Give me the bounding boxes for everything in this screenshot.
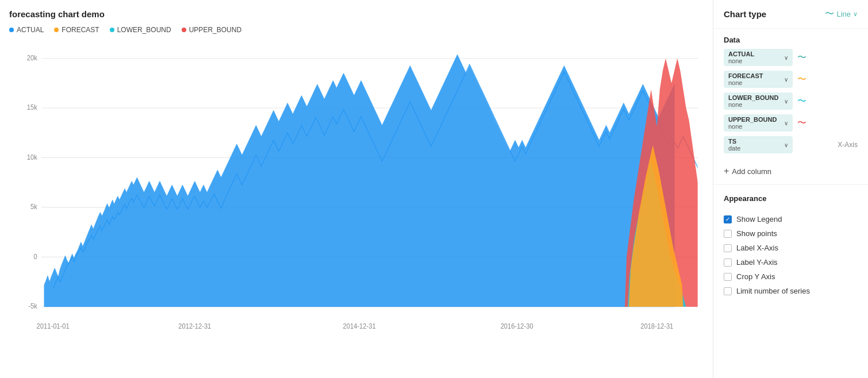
appearance-item-label-y: Label Y-Axis [724, 255, 858, 269]
actual-area [44, 55, 674, 307]
chart-type-selector[interactable]: 〜 Line ∨ [825, 8, 858, 20]
appearance-section-label: Appearance [713, 187, 868, 207]
tag-sub-lower: none [728, 101, 782, 108]
tag-sub-upper: none [728, 123, 782, 130]
right-panel: Chart type 〜 Line ∨ Data ACTUAL none ∨ 〜 [713, 0, 868, 378]
legend-dot-forecast [54, 28, 59, 32]
data-tag-ts[interactable]: TS date ∨ [724, 136, 793, 153]
data-section-label: Data [713, 29, 868, 49]
svg-text:2012-12-31: 2012-12-31 [178, 322, 211, 329]
series-icon-lower: 〜 [797, 97, 806, 106]
data-row-forecast: FORECAST none ∨ 〜 [724, 71, 858, 88]
label-show-legend: Show Legend [736, 215, 782, 223]
plus-icon: + [724, 166, 729, 176]
legend-label-forecast: FORECAST [62, 26, 99, 34]
line-icon: 〜 [825, 8, 834, 20]
legend-upper: UPPER_BOUND [182, 26, 241, 34]
legend-label-actual: ACTUAL [17, 26, 44, 34]
series-icon-upper: 〜 [797, 118, 806, 128]
chart-type-label: Line [836, 10, 851, 18]
tag-sub-ts: date [728, 145, 782, 152]
checkbox-label-yaxis[interactable] [724, 259, 732, 267]
svg-text:2011-01-01: 2011-01-01 [37, 322, 70, 329]
tag-name-actual: ACTUAL [728, 51, 782, 57]
svg-text:2016-12-30: 2016-12-30 [501, 322, 533, 329]
chart-title: forecasting chart demo [9, 9, 704, 19]
checkbox-crop-yaxis[interactable] [724, 273, 732, 281]
add-column-button[interactable]: + Add column [713, 163, 868, 182]
tag-sub-actual: none [728, 57, 782, 64]
chart-area: forecasting chart demo ACTUAL FORECAST L… [0, 0, 713, 378]
chevron-actual: ∨ [784, 55, 788, 61]
data-row-ts: TS date ∨ X-Axis [724, 136, 858, 153]
tag-name-ts: TS [728, 138, 782, 145]
svg-text:2018-12-31: 2018-12-31 [640, 322, 673, 329]
legend-dot-upper [182, 28, 186, 32]
data-tag-upper[interactable]: UPPER_BOUND none ∨ [724, 114, 793, 132]
data-row-upper: UPPER_BOUND none ∨ 〜 [724, 114, 858, 132]
svg-text:5k: 5k [30, 203, 37, 210]
chevron-lower: ∨ [784, 98, 788, 105]
series-icon-actual: 〜 [797, 53, 806, 62]
tag-name-lower: LOWER_BOUND [728, 94, 782, 101]
svg-text:-5k: -5k [28, 303, 37, 310]
chart-wrapper: 20k 15k 10k 5k 0 -5k 2011-01-01 2012-12-… [9, 40, 704, 369]
data-row-lower: LOWER_BOUND none ∨ 〜 [724, 92, 858, 110]
chart-legend: ACTUAL FORECAST LOWER_BOUND UPPER_BOUND [9, 26, 704, 34]
legend-dot-actual [9, 28, 14, 32]
data-section: ACTUAL none ∨ 〜 FORECAST none ∨ 〜 LO [713, 49, 868, 163]
chart-svg: 20k 15k 10k 5k 0 -5k 2011-01-01 2012-12-… [9, 40, 704, 369]
chevron-upper: ∨ [784, 120, 788, 126]
legend-actual: ACTUAL [9, 26, 44, 34]
panel-header-title: Chart type [724, 9, 766, 19]
label-crop-yaxis: Crop Y Axis [736, 272, 775, 281]
add-column-label: Add column [732, 167, 771, 176]
appearance-section: Show Legend Show points Label X-Axis Lab… [713, 207, 868, 303]
svg-text:0: 0 [34, 253, 37, 260]
checkbox-label-xaxis[interactable] [724, 244, 732, 252]
chevron-forecast: ∨ [784, 76, 788, 83]
divider-1 [713, 184, 868, 185]
checkbox-show-legend[interactable] [724, 215, 732, 223]
appearance-item-points: Show points [724, 226, 858, 241]
data-row-actual: ACTUAL none ∨ 〜 [724, 49, 858, 66]
data-tag-forecast[interactable]: FORECAST none ∨ [724, 71, 793, 88]
series-icon-forecast: 〜 [797, 75, 806, 84]
legend-forecast: FORECAST [54, 26, 99, 34]
svg-text:2014-12-31: 2014-12-31 [343, 322, 376, 329]
chevron-ts: ∨ [784, 142, 788, 148]
panel-header: Chart type 〜 Line ∨ [713, 0, 868, 29]
legend-label-lower: LOWER_BOUND [117, 26, 171, 34]
legend-dot-lower [110, 28, 114, 32]
chevron-down-icon: ∨ [853, 10, 858, 18]
legend-label-upper: UPPER_BOUND [189, 26, 241, 34]
appearance-item-limit-series: Limit number of series [724, 284, 858, 298]
label-xaxis: Label X-Axis [736, 244, 778, 252]
data-tag-actual[interactable]: ACTUAL none ∨ [724, 49, 793, 66]
svg-text:10k: 10k [27, 153, 37, 160]
appearance-item-label-x: Label X-Axis [724, 241, 858, 255]
svg-text:15k: 15k [27, 104, 37, 111]
label-show-points: Show points [736, 229, 777, 238]
appearance-item-crop: Crop Y Axis [724, 269, 858, 284]
checkbox-limit-series[interactable] [724, 287, 732, 295]
tag-name-forecast: FORECAST [728, 72, 782, 79]
svg-text:20k: 20k [27, 54, 37, 61]
x-axis-label: X-Axis [838, 141, 858, 149]
tag-name-upper: UPPER_BOUND [728, 116, 782, 123]
data-tag-lower[interactable]: LOWER_BOUND none ∨ [724, 92, 793, 110]
appearance-item-legend: Show Legend [724, 212, 858, 226]
checkbox-show-points[interactable] [724, 230, 732, 238]
legend-lower: LOWER_BOUND [110, 26, 171, 34]
tag-sub-forecast: none [728, 79, 782, 86]
label-yaxis: Label Y-Axis [736, 258, 778, 267]
label-limit-series: Limit number of series [736, 287, 810, 295]
